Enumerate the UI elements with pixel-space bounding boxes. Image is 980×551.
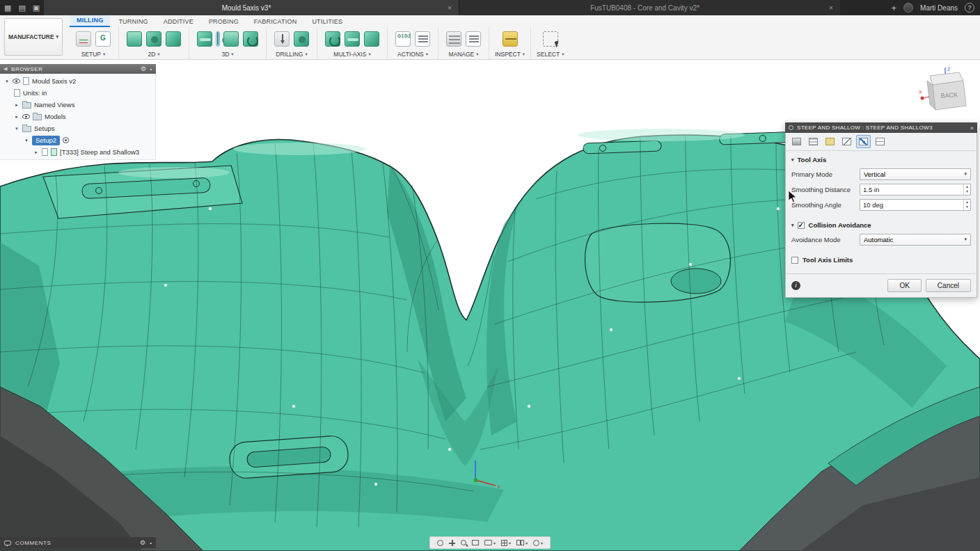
ncprogram-icon[interactable] <box>95 31 111 47</box>
close-tab-icon[interactable]: × <box>448 3 452 12</box>
adaptive-clearing-icon[interactable] <box>197 31 212 47</box>
grid-settings-icon[interactable]: ▾ <box>500 540 512 546</box>
expand-arrow-icon[interactable]: ▾ <box>14 126 19 131</box>
post-process-icon[interactable] <box>395 31 411 47</box>
drill-icon[interactable] <box>274 31 290 47</box>
panel-dot-icon[interactable]: • <box>150 66 152 72</box>
comments-bar[interactable]: COMMENTS ⚙ • <box>0 537 156 548</box>
face-icon[interactable] <box>127 31 142 47</box>
zoom-icon[interactable] <box>459 540 468 545</box>
steep-and-shallow-icon[interactable] <box>243 31 258 47</box>
dialog-collapse-icon[interactable]: » <box>970 125 974 131</box>
flow-icon[interactable] <box>364 31 379 47</box>
panel-dot-icon[interactable]: • <box>150 540 152 546</box>
group-label[interactable]: 2D <box>148 51 155 58</box>
expand-arrow-icon[interactable]: ▸ <box>33 150 39 155</box>
file-icon[interactable]: ▤ <box>18 0 25 15</box>
browser-item-named-views[interactable]: ▸ Named Views <box>0 99 155 111</box>
collapse-panel-icon[interactable]: ◀ <box>3 66 8 72</box>
pan-icon[interactable] <box>448 540 457 546</box>
visibility-eye-icon[interactable] <box>13 79 20 83</box>
tool-library-icon[interactable] <box>446 31 461 47</box>
app-grid-icon[interactable]: ▦ <box>4 0 11 15</box>
avoidance-mode-select[interactable]: Automatic ▾ <box>860 234 971 246</box>
primary-mode-select[interactable]: Vertical ▾ <box>860 168 971 180</box>
gear-icon[interactable]: ⚙ <box>140 539 145 546</box>
model-viewport[interactable]: x ◀ BROWSER ⚙ • ▾ Mould 5axis v2 U <box>0 60 980 551</box>
section-collision-avoidance[interactable]: ▾ Collision Avoidance <box>786 216 977 232</box>
smoothing-angle-input[interactable] <box>860 200 963 210</box>
linking-tab-icon[interactable] <box>873 135 887 148</box>
viewports-icon[interactable]: ▾ <box>515 540 529 545</box>
tab-utilities[interactable]: UTILITIES <box>305 17 349 27</box>
tool-axis-limits-checkbox[interactable] <box>791 257 798 264</box>
document-tab-inactive[interactable]: FusTUB0408 - Core and Cavity v2* × <box>459 0 840 15</box>
heights-tab-icon[interactable] <box>823 135 837 148</box>
browser-item-units[interactable]: Units: in <box>0 87 155 99</box>
collision-avoidance-checkbox[interactable] <box>798 222 805 229</box>
select-box-icon[interactable] <box>543 31 558 47</box>
ok-button[interactable]: OK <box>887 279 921 292</box>
tab-milling[interactable]: MILLING <box>70 15 110 27</box>
section-tool-axis[interactable]: ▾ Tool Axis <box>786 151 977 166</box>
expand-arrow-icon[interactable]: ▸ <box>14 114 19 120</box>
group-label[interactable]: MULTI-AXIS <box>333 51 366 58</box>
measure-icon[interactable] <box>503 31 518 47</box>
expand-arrow-icon[interactable]: ▾ <box>24 138 29 143</box>
expand-arrow-icon[interactable]: ▾ <box>4 79 10 84</box>
smoothing-distance-input[interactable] <box>860 184 963 195</box>
navigation-settings-icon[interactable]: ▾ <box>532 540 544 546</box>
swarf-icon[interactable] <box>325 31 340 47</box>
job-status-icon[interactable] <box>903 3 913 13</box>
expand-arrow-icon[interactable]: ▸ <box>14 102 19 108</box>
section-tool-axis-limits[interactable]: Tool Axis Limits <box>786 251 977 266</box>
group-label[interactable]: 3D <box>221 51 229 58</box>
section-collapse-icon[interactable]: ▾ <box>791 157 794 163</box>
section-collapse-icon[interactable]: ▾ <box>791 223 794 228</box>
simulate-icon[interactable] <box>415 31 430 47</box>
bore-icon[interactable] <box>294 31 309 47</box>
group-label[interactable]: INSPECT <box>495 51 521 58</box>
task-manager-icon[interactable] <box>466 31 481 47</box>
save-icon[interactable]: ▣ <box>33 0 40 15</box>
pocket-clearing-icon[interactable] <box>217 32 219 45</box>
browser-item-toolpath[interactable]: ▸ [T333] Steep and Shallow3 <box>0 146 155 158</box>
document-tab-active[interactable]: Mould 5axis v3* × <box>44 0 459 15</box>
user-name[interactable]: Marti Deans <box>920 4 958 12</box>
tool-axis-tab-icon[interactable] <box>856 135 871 148</box>
group-label[interactable]: SELECT <box>537 51 560 58</box>
tab-turning[interactable]: TURNING <box>111 17 155 27</box>
tab-fabrication[interactable]: FABRICATION <box>247 17 304 27</box>
help-icon[interactable]: ? <box>965 3 974 13</box>
cancel-button[interactable]: Cancel <box>926 279 971 292</box>
info-icon[interactable]: i <box>791 281 800 290</box>
group-label[interactable]: DRILLING <box>276 51 303 58</box>
spinner-control[interactable]: ▲▼ <box>963 200 970 210</box>
group-label[interactable]: MANAGE <box>448 51 474 58</box>
new-tab-icon[interactable]: + <box>892 3 897 13</box>
browser-item-models[interactable]: ▸ Models <box>0 111 155 122</box>
geometry-tab-icon[interactable] <box>806 135 821 148</box>
browser-item-setups[interactable]: ▾ Setups <box>0 122 155 134</box>
active-setup-icon[interactable] <box>63 137 69 143</box>
fit-icon[interactable] <box>471 540 480 545</box>
tab-probing[interactable]: PROBING <box>202 17 246 27</box>
display-settings-icon[interactable]: ▾ <box>483 540 497 545</box>
close-tab-icon[interactable]: × <box>829 3 833 12</box>
gear-icon[interactable]: ⚙ <box>141 65 147 72</box>
dialog-header[interactable]: STEEP AND SHALLOW : STEEP AND SHALLOW3 » <box>785 122 977 133</box>
flat-icon[interactable] <box>223 31 239 47</box>
view-cube[interactable]: BACK X Z <box>917 65 980 121</box>
group-label[interactable]: SETUP <box>81 51 101 58</box>
multi-axis-contour-icon[interactable] <box>345 31 360 47</box>
orbit-icon[interactable] <box>436 540 445 546</box>
pocket-2d-icon[interactable] <box>146 31 161 47</box>
browser-item-setup2[interactable]: ▾ Setup2 <box>0 134 155 146</box>
tab-additive[interactable]: ADDITIVE <box>157 17 200 27</box>
browser-item-label-selected[interactable]: Setup2 <box>32 136 60 145</box>
browser-item-root[interactable]: ▾ Mould 5axis v2 <box>0 75 155 87</box>
spinner-control[interactable]: ▲▼ <box>963 184 970 195</box>
browser-header[interactable]: ◀ BROWSER ⚙ • <box>0 64 156 74</box>
passes-tab-icon[interactable] <box>839 135 854 148</box>
contour-2d-icon[interactable] <box>166 31 181 47</box>
